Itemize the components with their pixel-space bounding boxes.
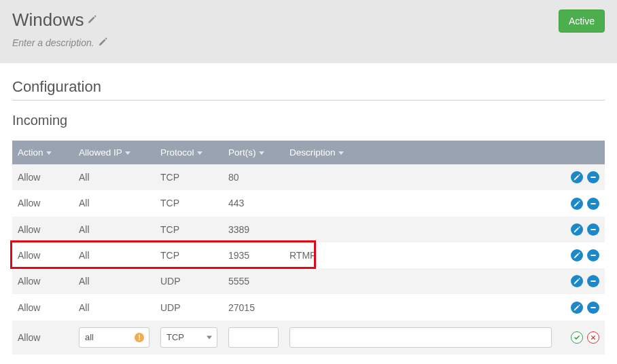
cell-ops: [557, 321, 605, 354]
cell-ports: 5555: [223, 268, 284, 294]
cell-protocol: TCP: [155, 164, 223, 190]
svg-rect-0: [590, 177, 596, 178]
cell-ip: !: [73, 321, 155, 354]
edit-title-icon[interactable]: [88, 15, 96, 26]
remove-icon[interactable]: [587, 249, 599, 261]
col-protocol[interactable]: Protocol: [155, 141, 223, 164]
svg-rect-4: [590, 281, 596, 283]
edit-icon[interactable]: [571, 275, 583, 287]
edit-icon[interactable]: [571, 223, 583, 236]
cell-description: RTMP: [284, 242, 557, 268]
table-row: AllowAllTCP443: [12, 190, 605, 216]
cell-description: [284, 190, 557, 216]
cell-ports: [223, 321, 284, 354]
edit-icon[interactable]: [571, 198, 583, 210]
cell-description: [284, 321, 557, 354]
cell-ops: [557, 294, 605, 320]
edit-icon[interactable]: [571, 171, 583, 183]
cell-ip: All: [73, 217, 155, 242]
cell-protocol: [155, 321, 223, 354]
edit-description-icon[interactable]: [99, 37, 107, 48]
section-title-configuration: Configuration: [12, 78, 605, 96]
sort-icon: [197, 151, 202, 155]
cell-ip: All: [73, 242, 155, 268]
cell-protocol: UDP: [155, 268, 223, 294]
cell-ops: [557, 164, 605, 190]
table-row: AllowAllTCP80: [12, 164, 605, 190]
table-row: AllowAllUDP27015: [12, 294, 605, 320]
incoming-table-wrapper: Action Allowed IP Protocol Port(s) Descr…: [12, 141, 605, 354]
cell-description: [284, 294, 557, 320]
cell-action: Allow: [12, 190, 73, 216]
ports-input[interactable]: [228, 327, 279, 348]
cell-ports: 80: [223, 164, 284, 190]
svg-rect-5: [590, 307, 596, 308]
cell-description: [284, 268, 557, 294]
cell-action: Allow: [12, 242, 73, 268]
cell-action: Allow: [12, 321, 73, 354]
cell-ports: 27015: [223, 294, 284, 320]
cell-description: [284, 164, 557, 190]
cell-description: [284, 217, 557, 242]
table-row: AllowAllTCP3389: [12, 217, 605, 242]
sort-icon: [338, 151, 344, 155]
remove-icon[interactable]: [587, 302, 599, 314]
page-title: Windows: [12, 10, 84, 31]
edit-icon[interactable]: [571, 302, 583, 314]
cell-ops: [557, 190, 605, 216]
cell-action: Allow: [12, 217, 73, 242]
cell-ip: All: [73, 164, 155, 190]
cell-protocol: TCP: [155, 217, 223, 242]
cell-protocol: UDP: [155, 294, 223, 320]
cell-action: Allow: [12, 164, 73, 190]
col-ops: [557, 141, 605, 164]
page-header: Windows Enter a description. Active: [0, 0, 617, 63]
cancel-icon[interactable]: [587, 331, 599, 344]
cell-ops: [557, 217, 605, 242]
table-row: AllowAllUDP5555: [12, 268, 605, 294]
cell-ports: 1935: [223, 242, 284, 268]
remove-icon[interactable]: [587, 198, 599, 210]
description-input[interactable]: [289, 327, 552, 348]
col-allowed-ip[interactable]: Allowed IP: [73, 141, 155, 164]
table-header-row: Action Allowed IP Protocol Port(s) Descr…: [12, 141, 605, 164]
cell-ops: [557, 242, 605, 268]
cell-ip: All: [73, 268, 155, 294]
sort-icon: [125, 151, 130, 155]
protocol-select[interactable]: [160, 327, 217, 348]
cell-action: Allow: [12, 294, 73, 320]
confirm-icon[interactable]: [571, 331, 583, 344]
subsection-title-incoming: Incoming: [12, 113, 605, 128]
description-placeholder[interactable]: Enter a description.: [12, 37, 94, 48]
configuration-section: Configuration Incoming Action Allowed IP…: [0, 63, 617, 364]
cell-ports: 3389: [223, 217, 284, 242]
warning-icon[interactable]: !: [135, 333, 144, 342]
incoming-rules-table: Action Allowed IP Protocol Port(s) Descr…: [12, 141, 605, 354]
cell-ip: All: [73, 294, 155, 320]
add-rule-row: Allow!: [12, 321, 605, 354]
remove-icon[interactable]: [587, 171, 599, 183]
cell-protocol: TCP: [155, 190, 223, 216]
cell-ip: All: [73, 190, 155, 216]
cell-action: Allow: [12, 268, 73, 294]
cell-ports: 443: [223, 190, 284, 216]
col-ports[interactable]: Port(s): [223, 141, 284, 164]
status-badge[interactable]: Active: [559, 10, 605, 33]
sort-icon: [46, 151, 52, 155]
svg-rect-2: [590, 229, 596, 230]
col-action[interactable]: Action: [12, 141, 73, 164]
svg-rect-1: [590, 203, 596, 204]
cell-ops: [557, 268, 605, 294]
remove-icon[interactable]: [587, 275, 599, 287]
cell-protocol: TCP: [155, 242, 223, 268]
divider: [12, 100, 605, 101]
sort-icon: [259, 151, 264, 155]
col-description[interactable]: Description: [284, 141, 557, 164]
edit-icon[interactable]: [571, 249, 583, 261]
table-row: AllowAllTCP1935RTMP: [12, 242, 605, 268]
remove-icon[interactable]: [587, 223, 599, 236]
svg-rect-3: [590, 255, 596, 256]
